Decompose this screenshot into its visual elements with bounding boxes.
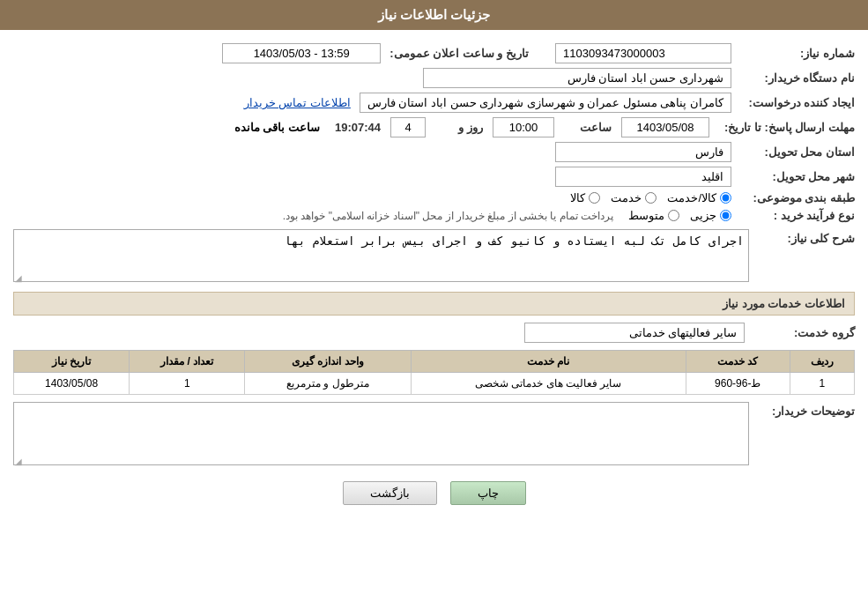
city-row: شهر محل تحویل: اقلید bbox=[13, 167, 855, 187]
page-wrapper: جزئیات اطلاعات نیاز شماره نیاز: 11030934… bbox=[0, 0, 868, 609]
province-label: استان محل تحویل: bbox=[731, 145, 855, 159]
col-date: تاریخ نیاز bbox=[14, 351, 130, 373]
category-kala-khedmat[interactable]: کالا/خدمت bbox=[667, 191, 731, 204]
table-header-row: ردیف کد خدمت نام خدمت واحد اندازه گیری ت… bbox=[14, 351, 855, 373]
deadline-remain: 19:07:44 bbox=[328, 121, 381, 134]
creator-label: ایجاد کننده درخواست: bbox=[731, 96, 855, 109]
org-row: نام دستگاه خریدار: شهرداری حسن اباد استا… bbox=[13, 68, 855, 88]
services-section-title: اطلاعات خدمات مورد نیاز bbox=[13, 292, 855, 316]
cell-radif: 1 bbox=[790, 373, 854, 395]
buyer-desc-label: توضیحات خریدار: bbox=[749, 402, 855, 418]
buyer-desc-wrapper: ◢ bbox=[13, 402, 749, 468]
main-content: شماره نیاز: 1103093473000003 تاریخ و ساع… bbox=[0, 30, 868, 523]
table-row: 1 ط-96-960 سایر فعالیت های خدماتی شخصی م… bbox=[14, 373, 855, 395]
col-radif: ردیف bbox=[790, 351, 854, 373]
deadline-date: 1403/05/08 bbox=[621, 117, 709, 137]
deadline-label: مهلت ارسال پاسخ: تا تاریخ: bbox=[714, 121, 855, 134]
date-label: تاریخ و ساعت اعلان عمومی: bbox=[381, 47, 529, 60]
deadline-remain-label: ساعت باقی مانده bbox=[234, 121, 320, 134]
date-value: 1403/05/03 - 13:59 bbox=[222, 43, 381, 63]
province-value: فارس bbox=[555, 142, 731, 162]
col-unit: واحد اندازه گیری bbox=[245, 351, 411, 373]
category-khedmat[interactable]: خدمت bbox=[611, 191, 657, 204]
city-label: شهر محل تحویل: bbox=[731, 170, 855, 183]
services-table: ردیف کد خدمت نام خدمت واحد اندازه گیری ت… bbox=[13, 350, 855, 395]
purchase-type-row: نوع فرآیند خرید : جزیی متوسط پرداخت تمام… bbox=[13, 209, 855, 222]
col-count: تعداد / مقدار bbox=[130, 351, 245, 373]
need-number-value: 1103093473000003 bbox=[555, 43, 731, 63]
cell-count: 1 bbox=[130, 373, 245, 395]
category-label: طبقه بندی موضوعی: bbox=[731, 191, 855, 204]
purchase-motawaset[interactable]: متوسط bbox=[628, 209, 679, 222]
need-number-row: شماره نیاز: 1103093473000003 تاریخ و ساع… bbox=[13, 43, 855, 63]
purchase-note: پرداخت تمام یا بخشی از مبلغ خریدار از مح… bbox=[283, 210, 618, 222]
deadline-day-label: روز و bbox=[430, 121, 483, 134]
cell-date: 1403/05/08 bbox=[14, 373, 130, 395]
category-radio-group: کالا/خدمت خدمت کالا bbox=[570, 191, 731, 204]
sharh-textarea[interactable] bbox=[13, 229, 749, 282]
col-code: کد خدمت bbox=[686, 351, 790, 373]
sharh-wrapper: ◢ bbox=[13, 229, 749, 285]
category-kala[interactable]: کالا bbox=[570, 191, 600, 204]
province-row: استان محل تحویل: فارس bbox=[13, 142, 855, 162]
resize-icon: ◢ bbox=[15, 273, 22, 283]
buyer-desc-row: توضیحات خریدار: ◢ bbox=[13, 402, 855, 468]
buyer-desc-textarea[interactable] bbox=[13, 402, 749, 465]
cell-name: سایر فعالیت های خدماتی شخصی bbox=[411, 373, 686, 395]
need-number-label: شماره نیاز: bbox=[731, 47, 855, 60]
category-row: طبقه بندی موضوعی: کالا/خدمت خدمت کالا bbox=[13, 191, 855, 204]
back-button[interactable]: بازگشت bbox=[343, 481, 437, 505]
deadline-time: 10:00 bbox=[493, 117, 554, 137]
cell-code: ط-96-960 bbox=[686, 373, 790, 395]
org-value: شهرداری حسن اباد استان فارس bbox=[423, 68, 731, 88]
buttons-row: بازگشت چاپ bbox=[13, 481, 855, 505]
purchase-type-label: نوع فرآیند خرید : bbox=[731, 209, 855, 222]
print-button[interactable]: چاپ bbox=[450, 481, 526, 505]
purchase-radio-group: جزیی متوسط پرداخت تمام یا بخشی از مبلغ خ… bbox=[283, 209, 731, 222]
group-value: سایر فعالیتهای خدماتی bbox=[524, 323, 745, 343]
col-name: نام خدمت bbox=[411, 351, 686, 373]
city-value: اقلید bbox=[555, 167, 731, 187]
cell-unit: مترطول و مترمربع bbox=[245, 373, 411, 395]
page-header: جزئیات اطلاعات نیاز bbox=[0, 0, 868, 30]
deadline-day: 4 bbox=[390, 117, 426, 137]
sharh-row: شرح کلی نیاز: ◢ bbox=[13, 229, 855, 285]
group-label: گروه خدمت: bbox=[749, 326, 855, 339]
creator-value: کامران پناهی مسئول عمران و شهرسازی شهردا… bbox=[360, 93, 731, 113]
group-row: گروه خدمت: سایر فعالیتهای خدماتی bbox=[13, 323, 855, 343]
purchase-jozii[interactable]: جزیی bbox=[690, 209, 731, 222]
org-label: نام دستگاه خریدار: bbox=[731, 71, 855, 85]
deadline-time-label: ساعت bbox=[559, 121, 612, 134]
creator-row: ایجاد کننده درخواست: کامران پناهی مسئول … bbox=[13, 93, 855, 113]
page-title: جزئیات اطلاعات نیاز bbox=[378, 7, 490, 22]
sharh-label: شرح کلی نیاز: bbox=[749, 229, 855, 245]
contact-link[interactable]: اطلاعات تماس خریدار bbox=[244, 96, 351, 109]
deadline-row: مهلت ارسال پاسخ: تا تاریخ: 1403/05/08 سا… bbox=[13, 117, 855, 137]
buyer-desc-resize-icon: ◢ bbox=[15, 457, 22, 466]
